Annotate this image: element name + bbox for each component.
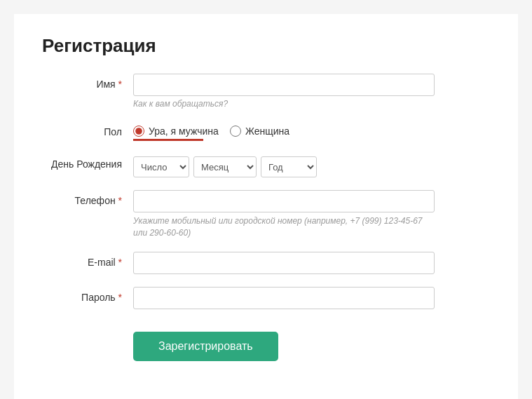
password-input[interactable] — [133, 287, 435, 309]
phone-required: * — [118, 195, 122, 206]
password-label: Пароль * — [42, 287, 133, 303]
name-hint: Как к вам обращаться? — [133, 99, 490, 109]
gender-field-wrap: Ура, я мужчина Женщина — [133, 121, 490, 141]
birthday-group: День Рождения Число Месяц Год — [42, 154, 490, 177]
birthday-day-select[interactable]: Число — [133, 156, 189, 177]
name-required: * — [118, 79, 122, 90]
name-input[interactable] — [133, 74, 435, 96]
radio-group: Ура, я мужчина Женщина — [133, 121, 490, 141]
radio-options: Ура, я мужчина Женщина — [133, 126, 289, 137]
radio-option-male[interactable]: Ура, я мужчина — [133, 126, 219, 137]
birthday-label: День Рождения — [42, 154, 133, 170]
name-group: Имя * Как к вам обращаться? — [42, 74, 490, 109]
birthday-field-wrap: Число Месяц Год — [133, 154, 490, 177]
email-required: * — [118, 257, 122, 268]
password-group: Пароль * — [42, 287, 490, 309]
phone-field-wrap: Укажите мобильный или городской номер (н… — [133, 190, 490, 239]
registration-page: Регистрация Имя * Как к вам обращаться? … — [14, 14, 518, 399]
phone-group: Телефон * Укажите мобильный или городско… — [42, 190, 490, 239]
birthday-month-select[interactable]: Месяц — [193, 156, 257, 177]
radio-female-label: Женщина — [245, 126, 289, 137]
radio-option-female[interactable]: Женщина — [230, 126, 289, 137]
phone-input[interactable] — [133, 190, 435, 212]
submit-button[interactable]: Зарегистрировать — [133, 332, 278, 361]
page-title: Регистрация — [42, 35, 490, 57]
radio-female[interactable] — [230, 126, 241, 137]
gender-group: Пол Ура, я мужчина Женщина — [42, 121, 490, 141]
birthday-selects: Число Месяц Год — [133, 154, 490, 177]
email-input[interactable] — [133, 252, 435, 274]
password-required: * — [118, 292, 122, 303]
password-field-wrap — [133, 287, 490, 309]
birthday-year-select[interactable]: Год — [261, 156, 317, 177]
name-field-wrap: Как к вам обращаться? — [133, 74, 490, 109]
radio-male[interactable] — [133, 126, 144, 137]
radio-male-label: Ура, я мужчина — [149, 126, 219, 137]
gender-label: Пол — [42, 121, 133, 137]
email-field-wrap — [133, 252, 490, 274]
phone-hint: Укажите мобильный или городской номер (н… — [133, 215, 435, 239]
form-bottom: Зарегистрировать — [42, 322, 490, 361]
phone-label: Телефон * — [42, 190, 133, 206]
radio-underline — [133, 139, 203, 141]
email-label: E-mail * — [42, 252, 133, 268]
email-group: E-mail * — [42, 252, 490, 274]
name-label: Имя * — [42, 74, 133, 90]
